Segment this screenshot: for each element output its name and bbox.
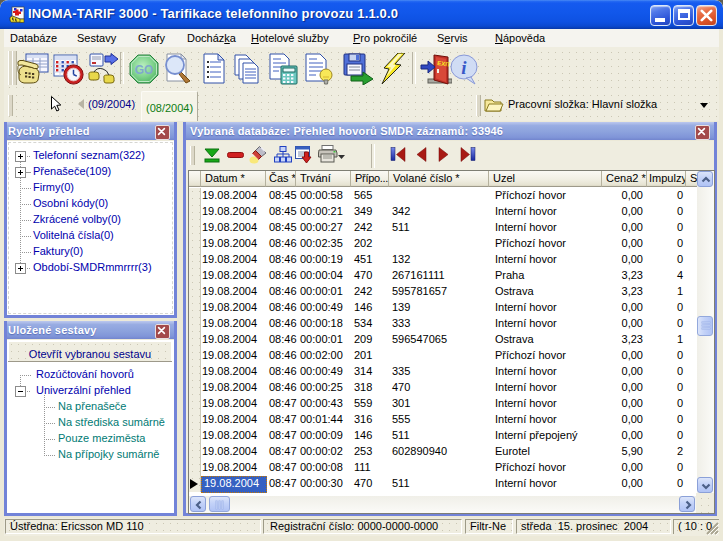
svg-text:i: i bbox=[461, 57, 467, 78]
svg-text:GO: GO bbox=[135, 63, 154, 77]
